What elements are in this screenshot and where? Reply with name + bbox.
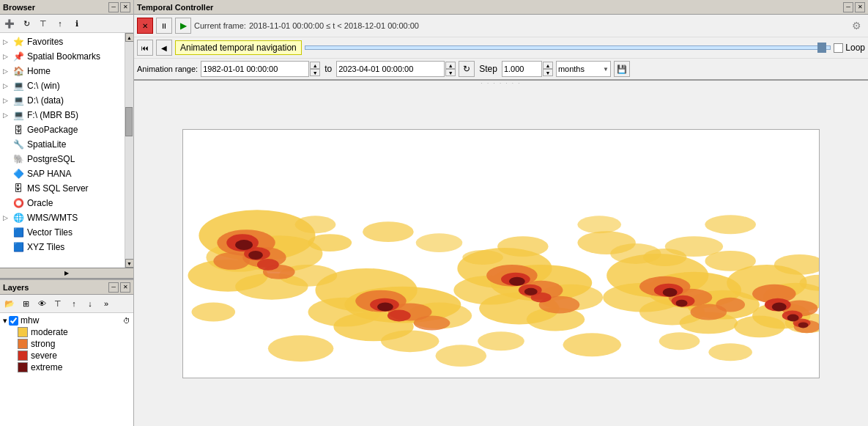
range-end-spin: ▲ ▼ (445, 62, 456, 76)
browser-item-sap-hana[interactable]: ▷ 🔷 SAP HANA (0, 166, 125, 181)
svg-point-66 (387, 309, 411, 321)
browser-item-home[interactable]: ▷ 🏠 Home (0, 64, 125, 78)
legend-severe-color (18, 350, 28, 361)
browser-item-oracle[interactable]: ▷ ⭕ Oracle (0, 196, 125, 210)
loop-control: Loop (834, 43, 865, 53)
svg-point-81 (676, 299, 688, 306)
browser-refresh-btn[interactable]: ↻ (19, 16, 34, 31)
browser-item-ms-sql[interactable]: ▷ 🗄 MS SQL Server (0, 181, 125, 196)
svg-point-75 (235, 240, 253, 250)
browser-panel: Browser ─ ✕ ➕ ↻ ⊤ ↑ ℹ ▷ ⭐ Favorites (0, 0, 133, 279)
browser-collapse-btn[interactable]: ↑ (53, 16, 67, 31)
svg-point-13 (308, 234, 352, 251)
browser-add-btn[interactable]: ➕ (2, 16, 17, 31)
nav-slider-track[interactable] (305, 45, 831, 50)
step-down[interactable]: ▼ (543, 69, 553, 76)
browser-item-postgresql[interactable]: ▷ 🐘 PostgreSQL (0, 152, 125, 166)
loop-label: Loop (845, 43, 865, 53)
layer-mhw[interactable]: ▾ mhw ⏱ (0, 315, 133, 326)
step-input[interactable]: 1.000 (502, 61, 542, 77)
map-area: · · · · · · · (134, 81, 868, 426)
unit-select[interactable]: months ▼ (556, 61, 611, 77)
browser-info-btn[interactable]: ℹ (70, 16, 84, 31)
browser-item-c-win[interactable]: ▷ 💻 C:\ (win) (0, 78, 125, 93)
scrollbar-thumb[interactable] (125, 107, 133, 136)
layers-titlebar: Layers ─ ✕ (0, 280, 133, 295)
save-settings-btn[interactable]: 💾 (614, 61, 630, 77)
anim-range-label: Animation range: (137, 65, 198, 73)
svg-point-89 (192, 302, 236, 321)
browser-bottom-arrow[interactable]: ▶ (0, 268, 133, 278)
browser-item-d-data[interactable]: ▷ 💻 D:\ (data) (0, 93, 125, 108)
range-end-up[interactable]: ▲ (445, 62, 456, 69)
browser-filter-btn[interactable]: ⊤ (36, 16, 51, 31)
step-label: Step (479, 64, 497, 74)
svg-point-43 (563, 333, 622, 356)
layers-more-btn[interactable]: » (99, 296, 114, 311)
range-end-down[interactable]: ▼ (445, 69, 456, 76)
browser-item-wms-wmts[interactable]: ▷ 🌐 WMS/WMTS (0, 210, 125, 225)
nav-slider-thumb[interactable] (817, 43, 826, 53)
browser-titlebar: Browser ─ ✕ (0, 0, 133, 15)
layers-toolbar: 📂 ⊞ 👁 ⊤ ↑ ↓ » (0, 295, 133, 313)
svg-point-40 (577, 216, 621, 233)
browser-item-f-mbr[interactable]: ▷ 💻 F:\ (MBR B5) (0, 108, 125, 122)
stop-button[interactable]: ✕ (137, 18, 153, 34)
svg-point-91 (659, 332, 700, 350)
layers-move-up-btn[interactable]: ↑ (67, 296, 81, 311)
map-canvas[interactable] (182, 129, 820, 378)
refresh-range-btn[interactable]: ↻ (459, 61, 475, 77)
svg-point-80 (663, 287, 678, 296)
range-start-up[interactable]: ▲ (310, 62, 320, 69)
browser-tree: ▷ ⭐ Favorites ▷ 📌 Spatial Bookmarks ▷ 🏠 … (0, 33, 125, 268)
prev-frame-btn[interactable]: ◀ (156, 40, 172, 56)
scroll-down-btn[interactable]: ▼ (125, 259, 134, 268)
browser-scrollbar[interactable]: ▲ ▼ (125, 33, 133, 268)
legend-moderate: moderate (0, 326, 133, 338)
svg-point-41 (268, 335, 333, 361)
resize-handle[interactable]: · · · · · · · (134, 81, 868, 85)
layer-mhw-checkbox[interactable] (9, 316, 18, 326)
svg-point-39 (610, 243, 661, 264)
browser-item-vector-tiles[interactable]: ▷ 🟦 Vector Tiles (0, 225, 125, 240)
layers-close-btn[interactable]: ✕ (120, 282, 130, 293)
browser-close-btn[interactable]: ✕ (120, 2, 130, 12)
back-to-start-btn[interactable]: ⏮ (137, 40, 153, 56)
nav-slider[interactable] (305, 40, 831, 56)
layers-add-group-btn[interactable]: ⊞ (18, 296, 33, 311)
svg-point-21 (497, 236, 549, 257)
legend-moderate-label: moderate (31, 327, 68, 337)
svg-point-77 (377, 302, 393, 311)
range-end-input[interactable]: 2023-04-01 00:00:00 (336, 61, 445, 77)
svg-point-82 (772, 302, 787, 311)
loop-checkbox[interactable] (834, 43, 843, 53)
temporal-panel: Temporal Controller ─ ✕ ✕ ⏸ ▶ Current fr… (134, 0, 868, 81)
range-start-input[interactable]: 1982-01-01 00:00:00 (201, 61, 309, 77)
scroll-up-btn[interactable]: ▲ (125, 33, 134, 42)
step-up[interactable]: ▲ (543, 62, 553, 69)
svg-point-85 (295, 216, 336, 233)
browser-item-favorites[interactable]: ▷ ⭐ Favorites (0, 34, 125, 49)
legend-strong: strong (0, 338, 133, 350)
step-group: 1.000 ▲ ▼ (502, 61, 553, 77)
step-spin: ▲ ▼ (543, 62, 553, 76)
layers-move-down-btn[interactable]: ↓ (83, 296, 97, 311)
layers-panel: Layers ─ ✕ 📂 ⊞ 👁 ⊤ ↑ ↓ » ▾ mhw (0, 279, 133, 426)
play-button[interactable]: ▶ (175, 18, 191, 34)
browser-minimize-btn[interactable]: ─ (108, 2, 119, 12)
browser-item-spatialite[interactable]: ▷ 🔧 SpatiaLite (0, 137, 125, 152)
scrollbar-track[interactable] (125, 42, 133, 259)
temporal-close-btn[interactable]: ✕ (855, 2, 865, 12)
layers-filter-btn[interactable]: ⊤ (51, 296, 65, 311)
browser-item-geopackage[interactable]: ▷ 🗄 GeoPackage (0, 122, 125, 137)
layers-open-btn[interactable]: 📂 (2, 296, 17, 311)
layers-visibility-btn[interactable]: 👁 (34, 296, 49, 311)
range-start-down[interactable]: ▼ (310, 69, 320, 76)
layers-minimize-btn[interactable]: ─ (108, 282, 119, 293)
svg-point-76 (248, 251, 263, 260)
pause-button[interactable]: ⏸ (156, 18, 172, 34)
browser-item-spatial-bookmarks[interactable]: ▷ 📌 Spatial Bookmarks (0, 49, 125, 64)
browser-item-xyz-tiles[interactable]: ▷ 🟦 XYZ Tiles (0, 240, 125, 254)
temporal-minimize-btn[interactable]: ─ (843, 2, 853, 12)
temporal-settings-btn[interactable]: ⚙ (847, 17, 865, 34)
